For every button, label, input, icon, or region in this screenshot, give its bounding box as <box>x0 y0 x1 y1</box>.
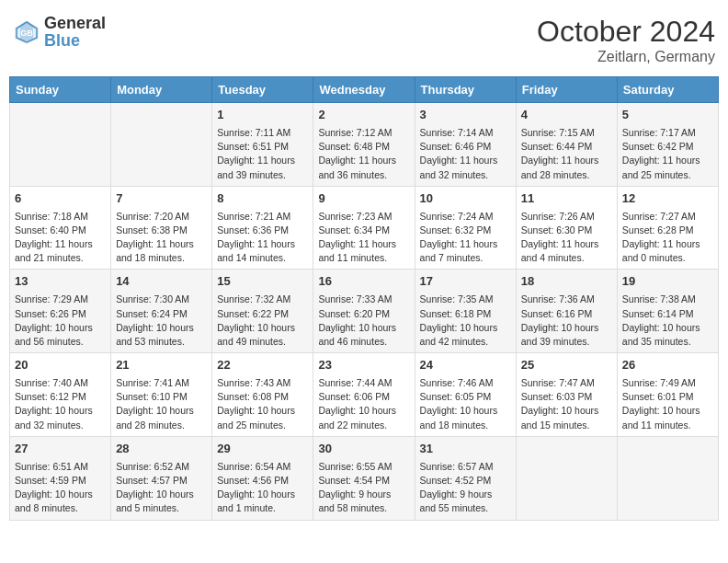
day-number: 16 <box>318 273 409 291</box>
cell-content-line: Sunset: 4:56 PM <box>217 474 308 488</box>
weekday-header-friday: Friday <box>516 77 617 103</box>
calendar-cell: 15Sunrise: 7:32 AMSunset: 6:22 PMDayligh… <box>212 270 313 353</box>
logo-general-text: General <box>44 14 106 32</box>
calendar-cell <box>516 436 617 520</box>
cell-content-line: Sunrise: 7:20 AM <box>116 210 207 224</box>
day-number: 2 <box>318 107 409 124</box>
day-number: 26 <box>622 357 713 374</box>
day-number: 17 <box>420 273 511 291</box>
cell-content-line: Sunrise: 7:15 AM <box>521 126 612 140</box>
cell-content-line: Sunset: 6:46 PM <box>420 140 511 154</box>
day-number: 12 <box>622 190 713 208</box>
logo: GB General Blue <box>13 15 106 50</box>
day-number: 20 <box>15 357 106 374</box>
cell-content-line: Daylight: 11 hours and 7 minutes. <box>420 237 511 265</box>
day-number: 31 <box>420 441 511 458</box>
cell-content-line: Sunset: 6:32 PM <box>420 224 511 237</box>
cell-content-line: Daylight: 11 hours and 21 minutes. <box>15 237 106 265</box>
cell-content-line: Sunrise: 7:44 AM <box>318 376 409 390</box>
cell-content-line: Sunrise: 7:14 AM <box>420 126 511 140</box>
month-title: October 2024 <box>537 15 715 49</box>
weekday-header-wednesday: Wednesday <box>313 77 415 103</box>
calendar-week-row: 13Sunrise: 7:29 AMSunset: 6:26 PMDayligh… <box>10 270 719 353</box>
calendar-cell: 13Sunrise: 7:29 AMSunset: 6:26 PMDayligh… <box>10 270 111 353</box>
calendar-cell: 6Sunrise: 7:18 AMSunset: 6:40 PMDaylight… <box>10 186 111 270</box>
day-number: 13 <box>15 273 106 291</box>
cell-content-line: Sunrise: 6:51 AM <box>15 460 106 474</box>
cell-content-line: Sunrise: 7:24 AM <box>420 210 511 224</box>
weekday-header-row: SundayMondayTuesdayWednesdayThursdayFrid… <box>10 77 719 103</box>
day-number: 25 <box>521 357 612 374</box>
cell-content-line: Sunset: 6:28 PM <box>622 224 713 237</box>
cell-content-line: Sunrise: 7:29 AM <box>15 293 106 306</box>
logo-blue-text: Blue <box>44 31 80 50</box>
day-number: 6 <box>15 190 106 208</box>
weekday-header-tuesday: Tuesday <box>212 77 313 103</box>
day-number: 9 <box>318 190 409 208</box>
cell-content-line: Sunrise: 7:23 AM <box>318 210 409 224</box>
calendar-week-row: 20Sunrise: 7:40 AMSunset: 6:12 PMDayligh… <box>10 353 719 437</box>
day-number: 21 <box>116 357 207 374</box>
cell-content-line: Sunset: 6:18 PM <box>420 307 511 321</box>
cell-content-line: Daylight: 10 hours and 11 minutes. <box>622 404 713 431</box>
calendar-cell: 20Sunrise: 7:40 AMSunset: 6:12 PMDayligh… <box>10 353 111 437</box>
cell-content-line: Sunset: 4:59 PM <box>15 474 106 488</box>
day-number: 3 <box>420 107 511 124</box>
day-number: 1 <box>217 107 308 124</box>
day-number: 8 <box>217 190 308 208</box>
calendar-cell: 17Sunrise: 7:35 AMSunset: 6:18 PMDayligh… <box>415 270 516 353</box>
cell-content-line: Daylight: 10 hours and 28 minutes. <box>116 404 207 431</box>
cell-content-line: Daylight: 10 hours and 18 minutes. <box>420 404 511 431</box>
cell-content-line: Sunrise: 6:55 AM <box>318 460 409 474</box>
calendar-cell: 4Sunrise: 7:15 AMSunset: 6:44 PMDaylight… <box>516 103 617 187</box>
calendar-week-row: 6Sunrise: 7:18 AMSunset: 6:40 PMDaylight… <box>10 186 719 270</box>
cell-content-line: Sunset: 6:05 PM <box>420 390 511 404</box>
cell-content-line: Daylight: 10 hours and 5 minutes. <box>116 488 207 515</box>
cell-content-line: Sunset: 6:40 PM <box>15 224 106 237</box>
cell-content-line: Daylight: 10 hours and 56 minutes. <box>15 321 106 349</box>
calendar-cell: 16Sunrise: 7:33 AMSunset: 6:20 PMDayligh… <box>313 270 415 353</box>
cell-content-line: Daylight: 10 hours and 32 minutes. <box>15 404 106 431</box>
cell-content-line: Daylight: 11 hours and 36 minutes. <box>318 154 409 181</box>
calendar-cell: 24Sunrise: 7:46 AMSunset: 6:05 PMDayligh… <box>415 353 516 437</box>
calendar-cell: 2Sunrise: 7:12 AMSunset: 6:48 PMDaylight… <box>313 103 415 187</box>
calendar-cell: 5Sunrise: 7:17 AMSunset: 6:42 PMDaylight… <box>617 103 718 187</box>
cell-content-line: Daylight: 10 hours and 15 minutes. <box>521 404 612 431</box>
cell-content-line: Sunset: 6:06 PM <box>318 390 409 404</box>
cell-content-line: Daylight: 11 hours and 0 minutes. <box>622 237 713 265</box>
calendar-cell: 23Sunrise: 7:44 AMSunset: 6:06 PMDayligh… <box>313 353 415 437</box>
day-number: 24 <box>420 357 511 374</box>
cell-content-line: Sunrise: 7:33 AM <box>318 293 409 306</box>
cell-content-line: Sunrise: 7:41 AM <box>116 376 207 390</box>
cell-content-line: Sunrise: 6:54 AM <box>217 460 308 474</box>
cell-content-line: Sunset: 6:51 PM <box>217 140 308 154</box>
calendar-cell: 26Sunrise: 7:49 AMSunset: 6:01 PMDayligh… <box>617 353 718 437</box>
day-number: 7 <box>116 190 207 208</box>
calendar-table: SundayMondayTuesdayWednesdayThursdayFrid… <box>9 76 719 521</box>
weekday-header-saturday: Saturday <box>617 77 718 103</box>
day-number: 23 <box>318 357 409 374</box>
day-number: 14 <box>116 273 207 291</box>
calendar-week-row: 1Sunrise: 7:11 AMSunset: 6:51 PMDaylight… <box>10 103 719 187</box>
cell-content-line: Daylight: 10 hours and 25 minutes. <box>217 404 308 431</box>
calendar-cell: 22Sunrise: 7:43 AMSunset: 6:08 PMDayligh… <box>212 353 313 437</box>
calendar-cell <box>617 436 718 520</box>
calendar-cell: 27Sunrise: 6:51 AMSunset: 4:59 PMDayligh… <box>10 436 111 520</box>
cell-content-line: Daylight: 10 hours and 46 minutes. <box>318 321 409 349</box>
calendar-cell: 31Sunrise: 6:57 AMSunset: 4:52 PMDayligh… <box>415 436 516 520</box>
day-number: 5 <box>622 107 713 124</box>
cell-content-line: Sunset: 6:30 PM <box>521 224 612 237</box>
calendar-cell: 25Sunrise: 7:47 AMSunset: 6:03 PMDayligh… <box>516 353 617 437</box>
cell-content-line: Sunrise: 7:17 AM <box>622 126 713 140</box>
calendar-cell: 18Sunrise: 7:36 AMSunset: 6:16 PMDayligh… <box>516 270 617 353</box>
calendar-cell: 7Sunrise: 7:20 AMSunset: 6:38 PMDaylight… <box>111 186 212 270</box>
cell-content-line: Daylight: 11 hours and 4 minutes. <box>521 237 612 265</box>
day-number: 11 <box>521 190 612 208</box>
cell-content-line: Sunset: 6:20 PM <box>318 307 409 321</box>
cell-content-line: Sunset: 6:26 PM <box>15 307 106 321</box>
cell-content-line: Daylight: 9 hours and 58 minutes. <box>318 488 409 515</box>
calendar-cell: 30Sunrise: 6:55 AMSunset: 4:54 PMDayligh… <box>313 436 415 520</box>
calendar-cell: 11Sunrise: 7:26 AMSunset: 6:30 PMDayligh… <box>516 186 617 270</box>
calendar-cell: 12Sunrise: 7:27 AMSunset: 6:28 PMDayligh… <box>617 186 718 270</box>
svg-text:GB: GB <box>20 29 33 38</box>
